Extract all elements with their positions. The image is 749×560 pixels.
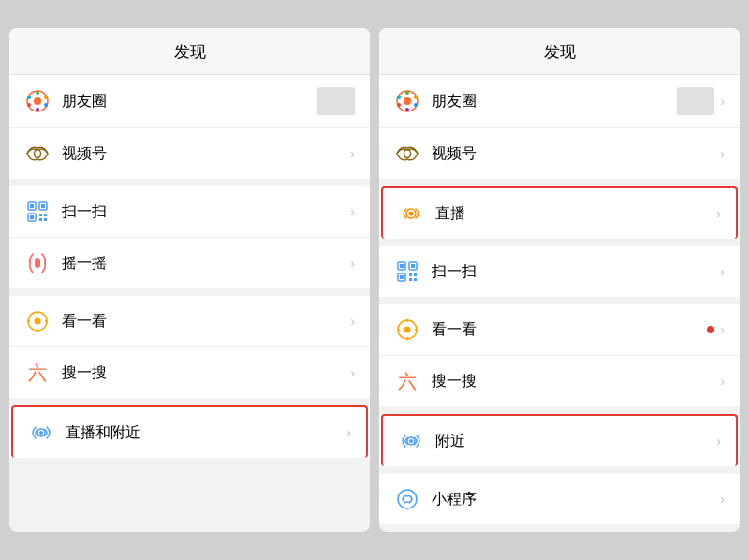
sao-label: 扫一扫	[62, 202, 350, 222]
svg-point-28	[39, 431, 43, 435]
red-dot	[707, 326, 714, 333]
left-item-zhibo-fujin[interactable]: 直播和附近 ›	[11, 405, 368, 458]
pengyouquan-icon	[24, 88, 51, 114]
svg-point-37	[404, 150, 411, 158]
zhibo-icon	[398, 200, 424, 227]
sao-label: 扫一扫	[432, 262, 720, 282]
chevron-icon: ›	[350, 146, 355, 161]
chevron-icon: ›	[720, 146, 725, 161]
right-section-6: 小程序 ›	[379, 474, 740, 524]
svg-point-30	[404, 97, 411, 105]
right-section-5: 附近 ›	[379, 414, 740, 466]
shipin-label: 视频号	[432, 144, 720, 164]
kan-icon	[394, 317, 420, 343]
right-item-kan[interactable]: 看一看 ›	[379, 304, 740, 356]
svg-point-8	[35, 150, 41, 158]
svg-rect-48	[409, 278, 412, 281]
left-panel-title: 发现	[9, 28, 370, 75]
svg-point-4	[44, 103, 48, 107]
sou-icon: 六	[394, 368, 420, 394]
sou-label: 搜一搜	[62, 363, 350, 383]
svg-point-33	[414, 103, 418, 107]
yao-right: ›	[350, 256, 355, 271]
svg-text:六: 六	[28, 362, 47, 383]
chevron-icon: ›	[716, 434, 721, 449]
left-section-2: 扫一扫 › 摇一摇 ›	[9, 186, 370, 288]
shipin-icon	[394, 140, 420, 167]
pengyouquan-label: 朋友圈	[62, 92, 317, 111]
svg-point-7	[27, 96, 31, 99]
yao-label: 摇一摇	[62, 254, 350, 273]
left-item-kan[interactable]: 看一看 ›	[9, 296, 370, 347]
svg-point-31	[405, 91, 409, 95]
right-section-3: 扫一扫 ›	[379, 246, 740, 297]
chevron-icon: ›	[346, 425, 351, 440]
svg-rect-17	[39, 218, 42, 221]
svg-point-3	[44, 96, 48, 99]
right-item-sou[interactable]: 六 搜一搜 ›	[379, 356, 740, 406]
kan-right: ›	[703, 322, 725, 337]
sao-right: ›	[720, 264, 725, 279]
sao-right: ›	[350, 204, 355, 219]
svg-rect-18	[44, 218, 47, 221]
right-item-sao[interactable]: 扫一扫 ›	[379, 246, 740, 297]
shipin-right: ›	[720, 146, 725, 161]
right-panel: 发现 朋友圈	[379, 28, 740, 532]
right-item-fujin[interactable]: 附近 ›	[381, 414, 738, 466]
xiaochengxu-right: ›	[720, 492, 725, 507]
svg-rect-49	[414, 278, 417, 281]
svg-rect-41	[400, 264, 404, 268]
yao-icon	[24, 250, 51, 276]
svg-rect-14	[30, 215, 34, 219]
right-item-pengyouquan[interactable]: 朋友圈 ›	[379, 75, 740, 128]
svg-point-39	[409, 212, 414, 216]
svg-point-55	[404, 327, 411, 333]
fujin-label: 附近	[435, 432, 716, 451]
pengyouquan-icon	[394, 88, 420, 114]
kan-icon	[24, 308, 51, 334]
left-section-4: 直播和附近 ›	[9, 405, 370, 458]
zhibo-fujin-label: 直播和附近	[66, 423, 346, 443]
svg-point-5	[36, 108, 39, 111]
svg-point-32	[414, 96, 418, 99]
sou-icon: 六	[24, 360, 51, 386]
left-item-shipin[interactable]: 视频号 ›	[9, 128, 370, 179]
chevron-icon: ›	[350, 314, 355, 329]
zhibo-label: 直播	[435, 204, 716, 224]
main-container: 发现 朋友圈	[9, 28, 740, 532]
right-item-shipin[interactable]: 视频号 ›	[379, 128, 740, 179]
svg-rect-12	[41, 204, 45, 208]
svg-rect-19	[35, 258, 40, 268]
left-item-yao[interactable]: 摇一摇 ›	[9, 238, 370, 288]
right-section-2: 直播 ›	[379, 186, 740, 239]
right-panel-title: 发现	[379, 28, 740, 75]
left-section-1: 朋友圈 视频号 ›	[9, 75, 370, 179]
zhibo-right: ›	[716, 206, 721, 221]
chevron-icon: ›	[720, 374, 725, 389]
right-item-zhibo[interactable]: 直播 ›	[381, 186, 738, 239]
chevron-icon: ›	[720, 94, 725, 109]
svg-rect-15	[39, 214, 42, 216]
zhibo-fujin-right: ›	[346, 425, 351, 440]
kan-label: 看一看	[62, 312, 350, 332]
fujin-right: ›	[716, 434, 721, 449]
chevron-icon: ›	[720, 264, 725, 279]
left-item-sou[interactable]: 六 搜一搜 ›	[9, 347, 370, 398]
left-item-pengyouquan[interactable]: 朋友圈	[9, 75, 370, 128]
svg-text:六: 六	[398, 371, 417, 391]
pengyouquan-right: ›	[677, 87, 725, 115]
zhibo-fujin-icon	[28, 420, 54, 446]
svg-point-58	[409, 439, 413, 443]
left-item-sao[interactable]: 扫一扫 ›	[9, 186, 370, 238]
xiaochengxu-icon	[394, 486, 420, 512]
sao-icon	[24, 199, 51, 225]
svg-point-6	[27, 103, 31, 107]
sou-right: ›	[720, 374, 725, 389]
right-item-xiaochengxu[interactable]: 小程序 ›	[379, 474, 740, 524]
thumbnail	[677, 87, 714, 115]
svg-rect-10	[30, 204, 34, 208]
svg-rect-45	[400, 275, 404, 279]
svg-rect-16	[44, 214, 47, 216]
pengyouquan-label: 朋友圈	[432, 92, 677, 111]
sou-label: 搜一搜	[432, 372, 720, 391]
